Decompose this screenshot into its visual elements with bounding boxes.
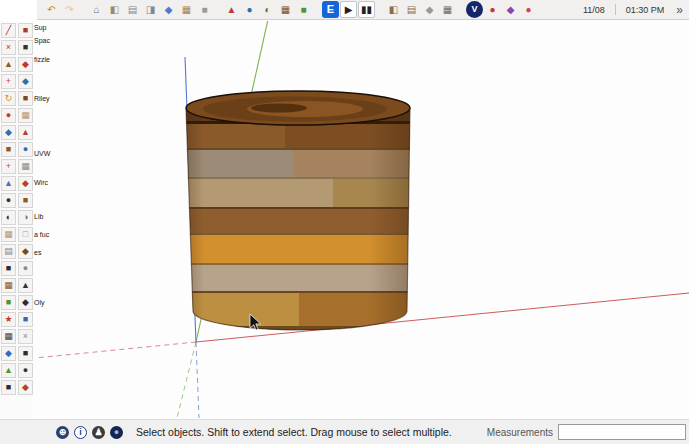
sidebar-tool-icon[interactable]: ■ xyxy=(1,261,16,276)
cylinder-top-face[interactable] xyxy=(186,91,410,125)
solid-tools-icon[interactable]: ◆ xyxy=(421,1,438,18)
component-cube-icon[interactable]: ◧ xyxy=(106,1,123,18)
undo-icon[interactable]: ↶ xyxy=(43,1,60,18)
sidebar-tool-icon[interactable]: ■ xyxy=(1,380,16,395)
toolbar-overflow-button[interactable]: » xyxy=(674,3,685,17)
sidebar-tool-icon[interactable]: ■ xyxy=(1,295,16,310)
toolbar-separator xyxy=(79,1,87,18)
sidebar-tool-icon[interactable]: ◆ xyxy=(18,57,33,72)
sidebar-tool-icon[interactable]: ▲ xyxy=(1,363,16,378)
paint-tool-icon[interactable]: ● xyxy=(241,1,258,18)
toolbar-date: 11/08 xyxy=(583,5,605,15)
extension-red-icon[interactable]: ● xyxy=(520,1,537,18)
user-icon[interactable]: ♟ xyxy=(92,426,105,439)
sidebar-tool-icon[interactable]: ★ xyxy=(1,312,16,327)
sidebar-tool-icon[interactable]: ● xyxy=(18,142,33,157)
sidebar-tool-icon[interactable]: ▦ xyxy=(1,278,16,293)
sidebar-tool-icon[interactable]: ■ xyxy=(18,91,33,106)
shape-tool-icon[interactable]: ▲ xyxy=(223,1,240,18)
status-icons: ⊕i♟● xyxy=(56,426,128,439)
status-message: Select objects. Shift to extend select. … xyxy=(136,426,452,438)
texture-icon[interactable]: ▦ xyxy=(277,1,294,18)
iso-view-icon[interactable]: ◆ xyxy=(160,1,177,18)
sidebar-tool-icon[interactable]: ◆ xyxy=(18,380,33,395)
toolbar-icon-strip: ↶↷⌂◧▤◨◆▦■▲●◐▦■E▶▮▮◧▤◆▦V●◆● xyxy=(43,1,537,18)
sidebar-tool-icon[interactable]: ■ xyxy=(18,193,33,208)
info-icon[interactable]: i xyxy=(74,426,87,439)
render-icon[interactable]: ● xyxy=(484,1,501,18)
sidebar-tool-icon[interactable]: ◆ xyxy=(18,176,33,191)
top-toolbar: ↶↷⌂◧▤◨◆▦■▲●◐▦■E▶▮▮◧▤◆▦V●◆● 11/08 01:30 P… xyxy=(37,0,689,20)
sidebar-tool-icon[interactable]: ▲ xyxy=(18,278,33,293)
globe-icon[interactable]: ⊕ xyxy=(56,426,69,439)
sidebar-tool-icon[interactable]: ▲ xyxy=(18,125,33,140)
sidebar-tool-icon[interactable]: ■ xyxy=(18,346,33,361)
sidebar-tool-icon[interactable]: ◆ xyxy=(1,346,16,361)
sidebar-tool-icon[interactable]: □ xyxy=(18,227,33,242)
sidebar-tool-icon[interactable]: ■ xyxy=(18,23,33,38)
sidebar-tool-icon[interactable]: ● xyxy=(1,108,16,123)
toolbar-divider xyxy=(615,4,616,15)
sidebar-tool-icon[interactable]: ╱ xyxy=(1,23,16,38)
cylinder-model[interactable] xyxy=(181,91,415,333)
sidebar-tool-icon[interactable]: ● xyxy=(18,261,33,276)
toolbar-separator xyxy=(313,1,321,18)
toolbar-time: 01:30 PM xyxy=(626,5,665,15)
home-icon[interactable]: ⌂ xyxy=(88,1,105,18)
sidebar-tool-icon[interactable]: ■ xyxy=(18,312,33,327)
sidebar-tool-icon[interactable]: ◐ xyxy=(1,210,16,225)
sidebar-tool-icon[interactable]: ▲ xyxy=(1,176,16,191)
sidebar-tool-icon[interactable]: ● xyxy=(1,193,16,208)
status-bar: ⊕i♟● Select objects. Shift to extend sel… xyxy=(0,419,689,444)
measurements-area: Measurements xyxy=(487,424,686,440)
sidebar-tool-icon[interactable]: ▦ xyxy=(1,227,16,242)
measurements-input[interactable] xyxy=(558,424,686,440)
cylinder-shading xyxy=(186,108,410,330)
component-icon[interactable]: ◧ xyxy=(385,1,402,18)
sidebar-tool-icon[interactable]: × xyxy=(1,40,16,55)
sidebar-tool-icon[interactable]: + xyxy=(1,74,16,89)
sidebar-tool-icon[interactable]: ● xyxy=(18,363,33,378)
scene-cube-icon[interactable]: ▦ xyxy=(178,1,195,18)
toolbar-clock: 11/08 01:30 PM » xyxy=(583,3,685,17)
sidebar-tool-icon[interactable]: ■ xyxy=(1,142,16,157)
redo-icon[interactable]: ↷ xyxy=(61,1,78,18)
sidebar-tool-icon[interactable]: ↻ xyxy=(1,91,16,106)
mesh-tools-icon[interactable]: ▦ xyxy=(439,1,456,18)
extension-e-button[interactable]: E xyxy=(322,1,339,18)
front-view-icon[interactable]: ◨ xyxy=(142,1,159,18)
sidebar-tool-icon[interactable]: ■ xyxy=(18,40,33,55)
play-button[interactable]: ▶ xyxy=(340,1,357,18)
sidebar-tool-icon[interactable]: ◆ xyxy=(18,74,33,89)
top-view-icon[interactable]: ▤ xyxy=(124,1,141,18)
vray-icon[interactable]: V xyxy=(466,1,483,18)
measurements-label: Measurements xyxy=(487,427,553,438)
left-toolbar: ╱■×■▲◆+◆↻■●▦◆▲■●+▦▲◆●■◐◑▦□▤◆■●▦▲■◆★■▦×◆■… xyxy=(0,21,33,419)
sidebar-tool-icon[interactable]: + xyxy=(1,159,16,174)
sidebar-tool-icon[interactable]: ◆ xyxy=(18,244,33,259)
sandbox-icon[interactable]: ■ xyxy=(295,1,312,18)
sidebar-tool-icon[interactable]: ▤ xyxy=(1,244,16,259)
viewport[interactable] xyxy=(33,21,689,419)
sidebar-tool-icon[interactable]: ◆ xyxy=(18,295,33,310)
model-info-icon[interactable]: ● xyxy=(110,426,123,439)
sidebar-tool-icon[interactable]: ◆ xyxy=(1,125,16,140)
cap-streak xyxy=(251,104,307,113)
plugin-icon[interactable]: ◆ xyxy=(502,1,519,18)
toolbar-separator xyxy=(214,1,222,18)
toolbar-separator xyxy=(457,1,465,18)
toolbar-separator xyxy=(376,1,384,18)
sidebar-tool-icon[interactable]: × xyxy=(18,329,33,344)
pause-button[interactable]: ▮▮ xyxy=(358,1,375,18)
sidebar-tool-icon[interactable]: ▦ xyxy=(1,329,16,344)
style-icon[interactable]: ■ xyxy=(196,1,213,18)
sidebar-tool-icon[interactable]: ▦ xyxy=(18,159,33,174)
group-icon[interactable]: ▤ xyxy=(403,1,420,18)
viewport-canvas[interactable] xyxy=(33,21,689,419)
material-icon[interactable]: ◐ xyxy=(259,1,276,18)
sidebar-tool-icon[interactable]: ◑ xyxy=(18,210,33,225)
sidebar-tool-icon[interactable]: ▦ xyxy=(18,108,33,123)
sidebar-tool-icon[interactable]: ▲ xyxy=(1,57,16,72)
